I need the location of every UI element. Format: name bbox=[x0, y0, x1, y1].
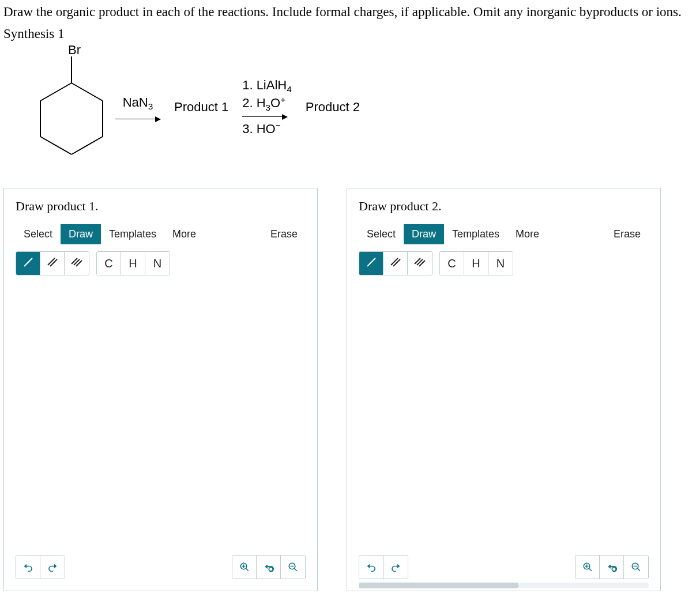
panel1-bottom-bar bbox=[16, 555, 306, 579]
undo-button[interactable] bbox=[359, 555, 383, 579]
zoom-in-icon bbox=[239, 562, 250, 572]
svg-line-5 bbox=[40, 137, 72, 154]
erase-button[interactable]: Erase bbox=[262, 224, 306, 244]
svg-line-33 bbox=[637, 568, 640, 571]
zoom-in-button[interactable] bbox=[232, 555, 257, 579]
tab-select[interactable]: Select bbox=[359, 224, 404, 244]
arrow-icon bbox=[242, 116, 287, 117]
synthesis-label: Synthesis 1 bbox=[3, 27, 689, 41]
zoom-reset-icon bbox=[607, 562, 617, 572]
tab-more[interactable]: More bbox=[164, 224, 204, 244]
zoom-out-button[interactable] bbox=[281, 555, 305, 579]
zoom-reset-button[interactable] bbox=[600, 555, 624, 579]
product2-label: Product 2 bbox=[306, 100, 360, 115]
drawing-canvas[interactable] bbox=[359, 263, 649, 556]
product1-label: Product 1 bbox=[174, 100, 228, 115]
horizontal-scrollbar[interactable] bbox=[359, 583, 649, 588]
svg-line-2 bbox=[72, 83, 103, 101]
tab-templates[interactable]: Templates bbox=[444, 224, 507, 244]
reaction-scheme: Br NaN3 Product 1 1. LiAlH4 2. H3O+ 3. H… bbox=[17, 44, 689, 171]
tab-select[interactable]: Select bbox=[16, 224, 61, 244]
panel1-tabs: SelectDrawTemplatesMoreErase bbox=[16, 224, 306, 244]
undo-icon bbox=[366, 562, 377, 572]
svg-line-28 bbox=[589, 568, 592, 571]
undo-redo-group bbox=[16, 555, 65, 579]
zoom-group bbox=[232, 555, 306, 579]
panel2-bottom-bar bbox=[359, 555, 649, 579]
zoom-out-button[interactable] bbox=[624, 555, 648, 579]
reagent2-line1: 1. LiAlH4 bbox=[242, 78, 292, 95]
panel2-title: Draw product 2. bbox=[359, 199, 649, 214]
undo-icon bbox=[23, 562, 33, 572]
redo-icon bbox=[390, 562, 401, 572]
reagent1-label: NaN3 bbox=[115, 95, 160, 112]
redo-button[interactable] bbox=[383, 555, 408, 579]
starting-material: Br bbox=[17, 44, 110, 171]
drawing-canvas[interactable] bbox=[16, 263, 306, 556]
erase-button[interactable]: Erase bbox=[606, 224, 649, 244]
svg-line-1 bbox=[40, 83, 72, 101]
svg-point-17 bbox=[269, 567, 273, 571]
arrow-icon bbox=[115, 119, 160, 119]
scrollbar-thumb[interactable] bbox=[359, 583, 518, 588]
tab-draw[interactable]: Draw bbox=[404, 224, 444, 244]
svg-point-31 bbox=[612, 567, 616, 571]
draw-panel-1: Draw product 1. SelectDrawTemplatesMoreE… bbox=[3, 188, 318, 591]
tab-templates[interactable]: Templates bbox=[101, 224, 164, 244]
zoom-out-icon bbox=[631, 562, 641, 572]
tab-more[interactable]: More bbox=[507, 224, 547, 244]
bromine-label: Br bbox=[68, 44, 81, 57]
reagent2-line3: 3. HO− bbox=[242, 120, 292, 137]
undo-button[interactable] bbox=[16, 555, 40, 579]
zoom-in-icon bbox=[582, 562, 593, 572]
zoom-out-icon bbox=[288, 562, 298, 572]
question-text: Draw the organic product in each of the … bbox=[3, 5, 689, 20]
step1-reagent: NaN3 bbox=[115, 95, 160, 119]
tab-draw[interactable]: Draw bbox=[61, 224, 101, 244]
panel1-title: Draw product 1. bbox=[16, 199, 306, 214]
undo-redo-group bbox=[359, 555, 408, 579]
reagent2-line2: 2. H3O+ bbox=[242, 95, 292, 113]
zoom-reset-icon bbox=[264, 562, 274, 572]
svg-line-14 bbox=[246, 568, 249, 571]
step2-reagents: 1. LiAlH4 2. H3O+ 3. HO− bbox=[242, 78, 292, 137]
svg-line-19 bbox=[294, 568, 297, 571]
zoom-reset-button[interactable] bbox=[257, 555, 281, 579]
svg-line-6 bbox=[72, 137, 103, 154]
draw-panel-2: Draw product 2. SelectDrawTemplatesMoreE… bbox=[347, 188, 661, 591]
redo-icon bbox=[47, 562, 58, 572]
zoom-in-button[interactable] bbox=[576, 555, 600, 579]
redo-button[interactable] bbox=[40, 555, 65, 579]
zoom-group bbox=[575, 555, 649, 579]
panel2-tabs: SelectDrawTemplatesMoreErase bbox=[359, 224, 649, 244]
